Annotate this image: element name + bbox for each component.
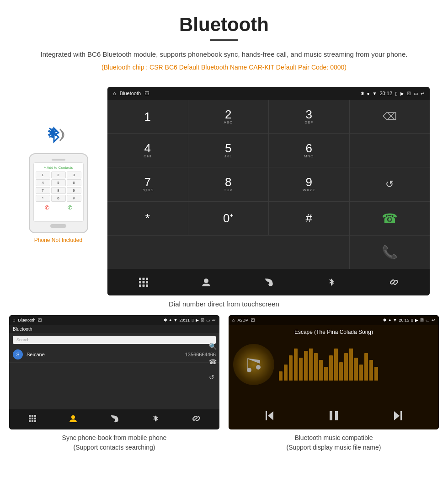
camera-icon: ▯ xyxy=(395,91,398,96)
dial-key-8[interactable]: 8 TUV xyxy=(188,167,269,201)
pb-grid-icon[interactable] xyxy=(28,414,37,424)
dial-key-6[interactable]: 6 MNO xyxy=(269,134,349,167)
svg-line-10 xyxy=(393,281,395,283)
phonebook-block: ⌂ Bluetooth ⮹ ✱ ● ▼ 20:11 ▯ ▶ ☒ ▭ ↩ xyxy=(9,315,219,452)
pb-contact-row[interactable]: S Seicane 13566664466 xyxy=(9,347,219,363)
call-icon: ☎ xyxy=(382,211,398,226)
music-x-icon: ☒ xyxy=(420,318,424,322)
usb-icon: ⮹ xyxy=(144,91,149,96)
music-vol-icon: ▶ xyxy=(415,318,418,322)
svg-rect-29 xyxy=(400,411,402,420)
page-title: Bluetooth xyxy=(9,14,439,36)
phone-key-8: 8 xyxy=(51,187,66,194)
svg-rect-12 xyxy=(32,415,33,417)
svg-rect-0 xyxy=(139,278,141,280)
prev-track-button[interactable] xyxy=(263,409,276,425)
dial-key-empty-2 xyxy=(350,134,430,167)
pb-bt-bottom-icon[interactable] xyxy=(151,414,160,424)
eq-bar xyxy=(369,360,373,381)
music-statusbar: ⌂ A2DP ⮹ ✱ ● ▼ 20:15 ▯ ▶ ☒ ▭ ↩ xyxy=(229,315,439,325)
location-icon: ● xyxy=(367,91,370,96)
pb-bottom-bar xyxy=(9,409,219,429)
phone-key-3: 3 xyxy=(67,172,81,178)
phone-image-block: ✱ + Add to Contacts 1 2 3 xyxy=(18,87,98,243)
svg-rect-16 xyxy=(34,418,36,419)
pb-search-side-icon[interactable]: 🔍 xyxy=(209,343,217,350)
volume-icon: ▶ xyxy=(400,91,404,96)
svg-rect-11 xyxy=(29,415,31,417)
phone-bottom-icon[interactable] xyxy=(260,273,278,291)
dial-key-end[interactable]: 📞 xyxy=(350,236,430,269)
play-pause-button[interactable] xyxy=(327,409,340,425)
pb-link-icon[interactable] xyxy=(192,414,200,424)
music-win-icon: ▭ xyxy=(426,318,430,322)
pb-refresh-side-icon[interactable]: ↺ xyxy=(209,374,217,381)
svg-point-9 xyxy=(204,279,208,283)
pb-vol-icon: ▶ xyxy=(196,318,199,322)
info-line: (Bluetooth chip : CSR BC6 Default Blueto… xyxy=(9,64,439,71)
statusbar-right: ✱ ● ▼ 20:12 ▯ ▶ ☒ ▭ ↩ xyxy=(361,91,424,96)
music-statusbar-right: ✱ ● ▼ 20:15 ▯ ▶ ☒ ▭ ↩ xyxy=(383,318,435,322)
music-content xyxy=(229,337,439,392)
phone-key-6: 6 xyxy=(67,179,81,186)
music-caption: Bluetooth music compatible(Support displ… xyxy=(229,433,439,452)
pb-bt-icon: ✱ xyxy=(164,318,167,322)
music-caption-text: Bluetooth music compatible(Support displ… xyxy=(287,434,381,451)
pb-sig-icon: ▼ xyxy=(174,318,178,322)
svg-point-23 xyxy=(256,365,261,370)
music-statusbar-left: ⌂ A2DP ⮹ xyxy=(232,318,255,322)
dial-key-2[interactable]: 2 ABC xyxy=(188,100,269,133)
eq-bar xyxy=(344,353,348,381)
dial-key-7[interactable]: 7 PQRS xyxy=(107,167,188,201)
svg-point-20 xyxy=(71,415,75,419)
dial-key-1[interactable]: 1 xyxy=(107,100,188,133)
subtitle: Integrated with BC6 Bluetooth module, su… xyxy=(9,49,439,60)
dial-key-3[interactable]: 3 DEF xyxy=(269,100,349,133)
eq-bar xyxy=(299,358,303,381)
statusbar-time: 20:12 xyxy=(379,91,392,96)
pb-person-icon[interactable] xyxy=(69,414,77,424)
dial-key-0[interactable]: 0+ xyxy=(188,202,269,235)
phone-key-2: 2 xyxy=(51,172,66,178)
pb-phone-side-icon[interactable]: ☎ xyxy=(209,358,217,365)
eq-bar xyxy=(279,371,283,381)
pb-x-icon: ☒ xyxy=(201,318,204,322)
svg-rect-3 xyxy=(139,281,141,284)
dial-key-star[interactable]: * xyxy=(107,202,188,235)
next-track-button[interactable] xyxy=(391,409,404,425)
dial-key-5[interactable]: 5 JKL xyxy=(188,134,269,167)
dial-key-9[interactable]: 9 WXYZ xyxy=(269,167,349,201)
dial-key-4[interactable]: 4 GHI xyxy=(107,134,188,167)
pb-home-icon: ⌂ xyxy=(13,318,15,322)
svg-rect-8 xyxy=(146,284,148,287)
pb-search-input[interactable]: Search xyxy=(13,336,216,344)
dial-key-hash[interactable]: # xyxy=(269,202,349,235)
phone-key-hash: # xyxy=(67,195,81,202)
music-home-icon: ⌂ xyxy=(232,318,235,322)
link-icon[interactable] xyxy=(385,273,403,291)
dial-empty-r5-1 xyxy=(107,236,349,269)
dial-key-redial[interactable]: ↺ xyxy=(350,167,430,201)
pb-search-placeholder: Search xyxy=(16,338,30,342)
bluetooth-status-icon: ✱ xyxy=(361,91,364,96)
android-dial-screen: ⌂ Bluetooth ⮹ ✱ ● ▼ 20:12 ▯ ▶ ☒ ▭ ↩ xyxy=(107,87,430,295)
music-bt-icon: ✱ xyxy=(383,318,387,322)
pb-usb-icon: ⮹ xyxy=(38,318,42,322)
svg-rect-14 xyxy=(29,418,31,419)
dial-keypad-grid: 1 2 ABC 3 DEF ⌫ 4 GHI xyxy=(107,100,430,269)
home-icon: ⌂ xyxy=(113,91,116,96)
music-loc-icon: ● xyxy=(389,318,391,322)
dial-key-call[interactable]: ☎ xyxy=(350,202,430,235)
svg-rect-4 xyxy=(142,281,144,284)
bluetooth-bottom-icon[interactable] xyxy=(322,273,341,291)
phone-end-icon: ✆ xyxy=(45,204,49,211)
eq-bar xyxy=(294,349,298,381)
pb-call-icon[interactable] xyxy=(110,414,118,424)
eq-bar xyxy=(329,355,333,381)
phone-key-0: 0 xyxy=(51,195,66,202)
pb-contact-name: Seicane xyxy=(27,352,185,357)
backspace-icon[interactable]: ⌫ xyxy=(383,111,397,123)
contacts-icon[interactable] xyxy=(197,273,215,291)
svg-rect-19 xyxy=(34,420,36,422)
dialpad-icon[interactable] xyxy=(134,273,153,291)
